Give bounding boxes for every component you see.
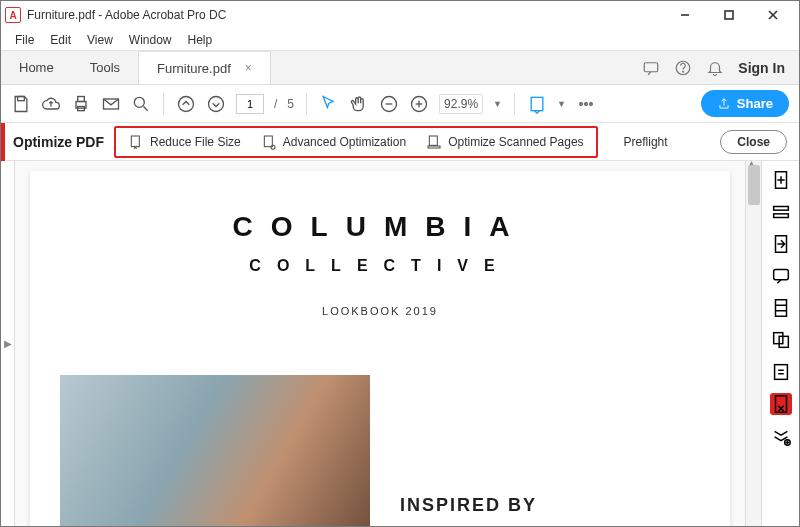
page-separator: / — [274, 97, 277, 111]
create-pdf-icon[interactable] — [770, 169, 792, 191]
close-optimize-button[interactable]: Close — [720, 130, 787, 154]
zoom-out-icon[interactable] — [379, 94, 399, 114]
tab-tools[interactable]: Tools — [72, 51, 138, 84]
svg-rect-34 — [773, 207, 788, 211]
page-number-input[interactable] — [236, 94, 264, 114]
right-tools-rail — [761, 161, 799, 526]
svg-point-24 — [590, 102, 593, 105]
compress-icon[interactable] — [770, 361, 792, 383]
combine-icon[interactable] — [770, 329, 792, 351]
doc-subtitle: LOOKBOOK 2019 — [322, 305, 438, 317]
optimize-scanned-button[interactable]: Optimize Scanned Pages — [416, 130, 593, 154]
organize-icon[interactable] — [770, 297, 792, 319]
zoom-in-icon[interactable] — [409, 94, 429, 114]
optimize-button-group: Reduce File Size Advanced Optimization O… — [114, 126, 598, 158]
hand-tool-icon[interactable] — [349, 94, 369, 114]
reduce-icon — [128, 134, 144, 150]
page-total: 5 — [287, 97, 294, 111]
page-down-icon[interactable] — [206, 94, 226, 114]
fit-dropdown-icon[interactable]: ▼ — [557, 99, 566, 109]
svg-point-12 — [134, 97, 144, 107]
mail-icon[interactable] — [101, 94, 121, 114]
optimize-title: Optimize PDF — [13, 134, 104, 150]
chevron-right-icon: ▶ — [4, 338, 12, 349]
maximize-button[interactable] — [707, 1, 751, 29]
tab-home[interactable]: Home — [1, 51, 72, 84]
scanned-icon — [426, 134, 442, 150]
edit-pdf-icon[interactable] — [770, 201, 792, 223]
advanced-optimization-button[interactable]: Advanced Optimization — [251, 130, 416, 154]
vertical-scrollbar[interactable]: ▴ — [745, 161, 761, 526]
svg-point-6 — [683, 71, 684, 72]
more-icon[interactable] — [576, 94, 596, 114]
scrollbar-thumb[interactable] — [748, 165, 760, 205]
page-up-icon[interactable] — [176, 94, 196, 114]
chat-icon[interactable] — [642, 59, 660, 77]
doc-heading2: COLLECTIVE — [249, 257, 510, 275]
zoom-dropdown-icon[interactable]: ▼ — [493, 99, 502, 109]
svg-point-27 — [271, 145, 275, 149]
svg-rect-7 — [18, 96, 25, 100]
menu-window[interactable]: Window — [121, 31, 180, 49]
menu-help[interactable]: Help — [180, 31, 221, 49]
main-toolbar: / 5 92.9% ▼ ▼ Share — [1, 85, 799, 123]
share-label: Share — [737, 96, 773, 111]
svg-point-14 — [179, 96, 194, 111]
menu-edit[interactable]: Edit — [42, 31, 79, 49]
advanced-icon — [261, 134, 277, 150]
svg-rect-26 — [264, 136, 272, 147]
menu-view[interactable]: View — [79, 31, 121, 49]
svg-rect-25 — [131, 136, 139, 147]
select-tool-icon[interactable] — [319, 94, 339, 114]
page-view[interactable]: COLUMBIA COLLECTIVE LOOKBOOK 2019 INSPIR… — [15, 161, 745, 526]
svg-rect-44 — [775, 396, 786, 413]
title-bar: A Furniture.pdf - Adobe Acrobat Pro DC — [1, 1, 799, 29]
fit-width-icon[interactable] — [527, 94, 547, 114]
scanned-label: Optimize Scanned Pages — [448, 135, 583, 149]
help-icon[interactable] — [674, 59, 692, 77]
app-icon: A — [5, 7, 21, 23]
more-tools-icon[interactable] — [770, 425, 792, 447]
sign-in-link[interactable]: Sign In — [738, 60, 785, 76]
tab-close-icon[interactable]: × — [245, 61, 252, 75]
save-icon[interactable] — [11, 94, 31, 114]
share-button[interactable]: Share — [701, 90, 789, 117]
svg-rect-42 — [779, 336, 788, 347]
doc-heading1: COLUMBIA — [233, 211, 528, 243]
export-pdf-icon[interactable] — [770, 233, 792, 255]
optimize-accent-strip — [1, 123, 5, 161]
svg-rect-38 — [775, 300, 786, 317]
comment-icon[interactable] — [770, 265, 792, 287]
svg-rect-37 — [773, 270, 788, 280]
left-panel-toggle[interactable]: ▶ — [1, 161, 15, 526]
menu-bar: File Edit View Window Help — [1, 29, 799, 51]
svg-rect-35 — [773, 214, 788, 218]
tab-document-label: Furniture.pdf — [157, 61, 231, 76]
bell-icon[interactable] — [706, 59, 724, 77]
tab-bar: Home Tools Furniture.pdf × Sign In — [1, 51, 799, 85]
optimize-tool-icon[interactable] — [770, 393, 792, 415]
menu-file[interactable]: File — [7, 31, 42, 49]
optimize-toolbar: Optimize PDF Reduce File Size Advanced O… — [1, 123, 799, 161]
cloud-icon[interactable] — [41, 94, 61, 114]
close-window-button[interactable] — [751, 1, 795, 29]
pdf-page: COLUMBIA COLLECTIVE LOOKBOOK 2019 INSPIR… — [30, 171, 730, 526]
doc-image — [60, 375, 370, 526]
svg-rect-21 — [531, 97, 543, 110]
reduce-file-size-button[interactable]: Reduce File Size — [118, 130, 251, 154]
search-icon[interactable] — [131, 94, 151, 114]
minimize-button[interactable] — [663, 1, 707, 29]
preflight-button[interactable]: Preflight — [608, 131, 678, 153]
svg-rect-28 — [429, 136, 437, 145]
svg-rect-1 — [725, 11, 733, 19]
zoom-value[interactable]: 92.9% — [439, 94, 483, 114]
tab-document[interactable]: Furniture.pdf × — [138, 51, 271, 84]
window-title: Furniture.pdf - Adobe Acrobat Pro DC — [27, 8, 226, 22]
svg-rect-9 — [78, 96, 85, 101]
svg-rect-4 — [645, 62, 659, 71]
svg-line-13 — [144, 106, 148, 110]
svg-point-23 — [585, 102, 588, 105]
svg-point-15 — [209, 96, 224, 111]
print-icon[interactable] — [71, 94, 91, 114]
advanced-label: Advanced Optimization — [283, 135, 406, 149]
